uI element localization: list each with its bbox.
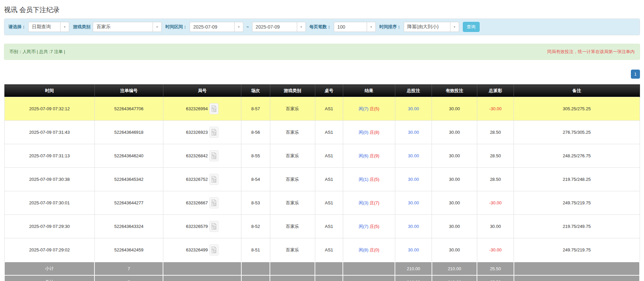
time-range-label: 时间区间： [165, 24, 187, 30]
column-header: 结果 [343, 85, 395, 97]
cell-bet-id: 522643644277 [94, 191, 163, 215]
result-player: 闲(7) [359, 224, 368, 229]
cell-table-number: AS1 [315, 191, 343, 215]
cell-time: 2025-07-09 07:30:38 [4, 168, 94, 191]
table-row[interactable]: 2025-07-09 07:31:13522643646240632326842… [4, 144, 640, 168]
query-type-label: 请选择： [8, 24, 26, 30]
cell-table-number: AS1 [315, 238, 343, 262]
subtotal-row-cell [270, 262, 315, 275]
round-number: 632326842 [186, 153, 208, 158]
total-row: 总计7210.00210.0025.50 [4, 275, 640, 281]
cell-result: 闲(7) 庄(5) [343, 97, 395, 121]
summary-totals-text: 币别：人民币 | 总共 :7 注单 | [9, 49, 65, 55]
result-player: 闲(6) [359, 153, 368, 158]
subtotal-row-cell: 25.50 [477, 262, 514, 275]
cell-round-id: 632326752 [163, 168, 241, 191]
result-banker: 庄(5) [370, 224, 379, 229]
query-type-select[interactable]: 日期查询 ▼ [28, 22, 69, 32]
payout-value: 28.50 [490, 153, 501, 158]
page-1-button[interactable]: 1 [631, 70, 640, 79]
video-record-icon[interactable] [209, 197, 218, 208]
cell-game-type: 百家乐 [270, 121, 315, 144]
cell-remark: 219.75/248.25 [514, 168, 640, 191]
cell-total-bet: 30.00 [395, 191, 432, 215]
filter-bar: 请选择： 日期查询 ▼ 游戏类别 百家乐 ▼ 时间区间： 2025-07-09 … [4, 19, 640, 35]
cell-payout: 30.00 [477, 215, 514, 238]
subtotal-row-cell [241, 262, 270, 275]
total-bet-link[interactable]: 30.00 [408, 247, 419, 252]
total-row-cell: 总计 [4, 275, 94, 281]
total-bet-link[interactable]: 30.00 [408, 224, 419, 229]
filter-panel: 请选择： 日期查询 ▼ 游戏类别 百家乐 ▼ 时间区间： 2025-07-09 … [4, 18, 640, 35]
summary-bar: 币别：人民币 | 总共 :7 注单 | 同局有效投注，统一计算在该局第一张注单内 [4, 44, 640, 60]
total-bet-link[interactable]: 30.00 [408, 177, 419, 182]
chevron-down-icon: ▼ [297, 22, 306, 32]
cell-round-id: 632326667 [163, 191, 241, 215]
table-header: 时间注单编号局号场次游戏类别桌号结果总投注有效投注总派彩备注 [4, 85, 640, 97]
total-bet-link[interactable]: 30.00 [408, 153, 419, 158]
round-number: 632326667 [186, 200, 208, 205]
column-header: 桌号 [315, 85, 343, 97]
table-row[interactable]: 2025-07-09 07:31:43522643646918632326923… [4, 121, 640, 144]
total-row-cell [315, 275, 343, 281]
cell-game-type: 百家乐 [270, 215, 315, 238]
cell-payout: 28.50 [477, 121, 514, 144]
cell-remark: 219.75/249.75 [514, 215, 640, 238]
sort-order-select[interactable]: 降冪(由大到小) ▼ [404, 22, 459, 32]
cell-time: 2025-07-09 07:32:12 [4, 97, 94, 121]
date-from-value: 2025-07-09 [190, 22, 234, 32]
cell-session: 8-53 [241, 191, 270, 215]
total-row-cell [270, 275, 315, 281]
table-row[interactable]: 2025-07-09 07:32:12522643647706632326994… [4, 97, 640, 121]
column-header: 备注 [514, 85, 640, 97]
cell-payout: 28.50 [477, 168, 514, 191]
video-record-icon[interactable] [209, 221, 218, 232]
column-header: 总投注 [395, 85, 432, 97]
cell-table-number: AS1 [315, 97, 343, 121]
chevron-down-icon: ▼ [60, 22, 69, 32]
total-bet-link[interactable]: 30.00 [408, 200, 419, 205]
cell-total-bet: 30.00 [395, 144, 432, 168]
payout-value: 30.00 [490, 224, 501, 229]
total-row-cell [343, 275, 395, 281]
cell-round-id: 632326923 [163, 121, 241, 144]
cell-remark: 249.75/219.75 [514, 191, 640, 215]
table-row[interactable]: 2025-07-09 07:29:30522643643324632326579… [4, 215, 640, 238]
table-row[interactable]: 2025-07-09 07:29:02522643642459632326499… [4, 238, 640, 262]
cell-session: 8-51 [241, 238, 270, 262]
video-record-icon[interactable] [209, 150, 218, 161]
game-type-select[interactable]: 百家乐 ▼ [93, 22, 162, 32]
total-bet-link[interactable]: 30.00 [408, 106, 419, 111]
result-banker: 庄(7) [370, 200, 379, 205]
cell-session: 8-52 [241, 215, 270, 238]
video-record-icon[interactable] [209, 127, 218, 138]
video-record-icon[interactable] [209, 244, 218, 255]
cell-session: 8-57 [241, 97, 270, 121]
column-header: 局号 [163, 85, 241, 97]
round-number: 632326499 [186, 247, 208, 252]
table-row[interactable]: 2025-07-09 07:30:01522643644277632326667… [4, 191, 640, 215]
page-size-select[interactable]: 100 ▼ [334, 22, 376, 32]
cell-remark: 248.25/276.75 [514, 144, 640, 168]
range-separator: ~ [246, 25, 250, 30]
game-type-value: 百家乐 [93, 22, 153, 32]
cell-total-bet: 30.00 [395, 168, 432, 191]
subtotal-row-cell: 小计 [4, 262, 94, 275]
query-type-value: 日期查询 [29, 22, 60, 32]
payout-value: 28.50 [490, 177, 501, 182]
date-from-select[interactable]: 2025-07-09 ▼ [190, 22, 243, 32]
cell-result: 闲(7) 庄(5) [343, 215, 395, 238]
cell-game-type: 百家乐 [270, 168, 315, 191]
date-to-select[interactable]: 2025-07-09 ▼ [252, 22, 306, 32]
result-banker: 庄(5) [370, 177, 379, 182]
search-button[interactable]: 查询 [463, 22, 480, 32]
table-row[interactable]: 2025-07-09 07:30:38522643645342632326752… [4, 168, 640, 191]
result-player: 闲(7) [359, 106, 368, 111]
video-record-icon[interactable] [209, 174, 218, 185]
cell-time: 2025-07-09 07:29:30 [4, 215, 94, 238]
sort-order-value: 降冪(由大到小) [404, 22, 450, 32]
total-bet-link[interactable]: 30.00 [408, 130, 419, 135]
video-record-icon[interactable] [209, 103, 218, 114]
cell-time: 2025-07-09 07:31:13 [4, 144, 94, 168]
total-row-cell: 25.50 [477, 275, 514, 281]
